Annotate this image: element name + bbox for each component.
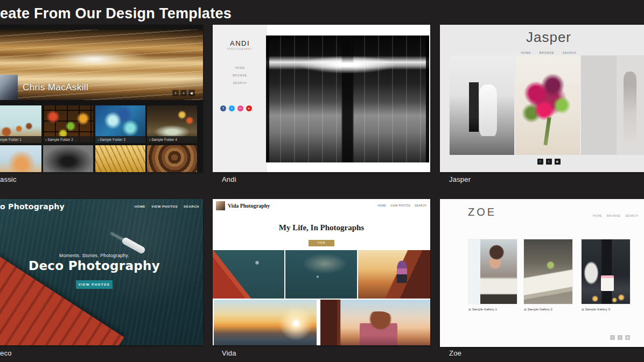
- facebook-icon: f: [220, 105, 226, 111]
- zoe-nav-home: HOME: [593, 214, 602, 217]
- template-card-andi[interactable]: ANDI PHOTOGRAPHY HOME BROWSE SEARCH f t …: [213, 25, 430, 172]
- classic-folder-thumb: ▪Sample Folder 1: [0, 105, 41, 143]
- jasper-social-bar: f t ◉: [440, 159, 644, 165]
- template-label-jasper: Jasper: [449, 175, 471, 183]
- classic-folder-thumb: ▪Sample Folder 3: [95, 105, 145, 143]
- andi-nav-search: SEARCH: [213, 81, 267, 84]
- folder-caption: ▪Sample Folder 3: [95, 136, 145, 143]
- vida-nav: HOME VIEW PHOTOS SEARCH: [378, 204, 426, 207]
- template-label-deco: eco: [0, 349, 12, 357]
- andi-nav-browse: BROWSE: [213, 74, 267, 77]
- facebook-icon: f: [610, 335, 615, 340]
- deco-tagline: Moments. Stories. Photography.: [0, 253, 203, 258]
- vida-nav-search: SEARCH: [415, 204, 426, 207]
- folder-icon: ▪: [97, 138, 99, 141]
- design-templates-screen: eate From Our Design Templates Chris Mac…: [0, 0, 644, 362]
- jasper-nav-search: SEARCH: [563, 51, 577, 54]
- classic-avatar: [0, 75, 18, 100]
- folder-caption: ▪Sample Folder 2: [43, 136, 93, 143]
- twitter-icon: t: [180, 90, 187, 96]
- gallery-icon: ▦: [524, 308, 527, 311]
- deco-heading: Deco Photography: [0, 259, 203, 273]
- zoe-gallery-name: Sample Gallery 1: [472, 308, 497, 311]
- twitter-icon: t: [546, 159, 552, 165]
- deco-nav-home: HOME: [135, 205, 145, 208]
- folder-label: Sample Folder 2: [47, 136, 73, 143]
- deco-logo: o Photography: [0, 202, 65, 211]
- zoe-gallery-label: ▦Sample Gallery 3: [582, 308, 585, 311]
- zoe-logo: ZOE: [468, 206, 496, 218]
- folder-label: Sample Folder 4: [151, 136, 177, 143]
- classic-owner-name: Chris MacAskill: [23, 82, 88, 93]
- instagram-icon: ◉: [188, 90, 195, 96]
- andi-social-bar: f t •• ▸: [220, 105, 261, 111]
- andi-logo-subtitle: PHOTOGRAPHY: [213, 48, 267, 51]
- gallery-icon: ▦: [582, 308, 584, 311]
- jasper-photo-couple: [450, 55, 514, 155]
- folder-label: Sample Folder 3: [100, 136, 125, 143]
- vida-nav-view-photos: VIEW PHOTOS: [390, 204, 410, 207]
- deco-nav-search: SEARCH: [184, 205, 199, 208]
- twitter-icon: t: [618, 335, 622, 340]
- vida-view-portfolio-button: VIEW PORTFOLIO: [309, 240, 334, 246]
- template-label-vida: Vida: [222, 349, 236, 357]
- zoe-nav-browse: BROWSE: [607, 214, 620, 217]
- zoe-nav-search: SEARCH: [625, 214, 638, 217]
- deco-nav-view-photos: VIEW PHOTOS: [151, 205, 178, 208]
- folder-label: Sample Folder 1: [0, 136, 22, 143]
- facebook-icon: f: [537, 159, 543, 165]
- page-title: eate From Our Design Templates: [0, 5, 232, 22]
- zoe-nav: HOME BROWSE SEARCH: [593, 214, 638, 217]
- jasper-nav-browse: BROWSE: [540, 51, 554, 54]
- zoe-gallery-name: Sample Gallery 3: [585, 308, 610, 311]
- facebook-icon: f: [172, 90, 179, 96]
- vida-heading: My Life, In Photographs: [213, 223, 430, 232]
- folder-caption: ▪Sample Folder 4: [147, 136, 197, 143]
- classic-photo-thumb: [43, 145, 93, 172]
- classic-folder-thumb: ▪Sample Folder 4: [147, 105, 197, 143]
- gallery-icon: ▦: [468, 308, 471, 311]
- vida-nav-home: HOME: [378, 204, 387, 207]
- andi-subway-photo: [266, 36, 429, 162]
- zoe-social-bar: f t ◉: [610, 335, 630, 340]
- jasper-nav: HOME BROWSE SEARCH: [440, 51, 644, 54]
- zoe-gallery-thumb-appetizers: [524, 239, 572, 304]
- instagram-icon: ◉: [625, 335, 630, 340]
- twitter-icon: t: [229, 105, 235, 111]
- classic-photo-thumb: [0, 145, 41, 172]
- classic-photo-thumb: [95, 145, 145, 172]
- vida-photo-ocean: [285, 250, 357, 299]
- template-card-zoe[interactable]: ZOE HOME BROWSE SEARCH ▦Sample Gallery 1…: [440, 199, 644, 347]
- vida-avatar: [216, 201, 225, 210]
- folder-caption: ▪Sample Folder 1: [0, 136, 41, 143]
- flickr-icon: ••: [237, 105, 243, 111]
- andi-logo: ANDI: [213, 39, 267, 47]
- classic-photo-thumb: [147, 145, 197, 172]
- vida-photo-cyclist: [358, 250, 430, 299]
- deco-view-photos-button: VIEW PHOTOS: [76, 280, 113, 289]
- classic-folder-thumb: ▪Sample Folder 2: [43, 105, 93, 143]
- vida-logo: Vida Photography: [228, 203, 270, 209]
- jasper-photo-bouquet: [515, 55, 580, 155]
- vida-photo-girl: [320, 300, 430, 345]
- youtube-icon: ▸: [246, 105, 252, 111]
- vida-photo-sunset: [214, 300, 317, 345]
- template-label-zoe: Zoe: [449, 349, 461, 357]
- jasper-nav-home: HOME: [521, 51, 531, 54]
- template-card-vida[interactable]: Vida Photography HOME VIEW PHOTOS SEARCH…: [213, 199, 430, 345]
- classic-social-bar: f t ◉: [172, 90, 196, 97]
- andi-nav-home: HOME: [213, 66, 267, 69]
- template-card-deco[interactable]: o Photography HOME VIEW PHOTOS SEARCH Mo…: [0, 199, 203, 345]
- jasper-photo-bride: [581, 55, 644, 155]
- deco-boat-photo: [121, 237, 146, 255]
- jasper-site-title: Jasper: [440, 29, 644, 46]
- vida-photo-bridge-beam: [213, 250, 284, 299]
- deco-nav: HOME VIEW PHOTOS SEARCH: [135, 205, 199, 208]
- zoe-gallery-name: Sample Gallery 2: [528, 308, 552, 311]
- instagram-icon: ◉: [555, 159, 561, 165]
- folder-icon: ▪: [149, 138, 150, 141]
- template-card-classic[interactable]: Chris MacAskill f t ◉ ▪Sample Folder 1 ▪…: [0, 25, 203, 172]
- zoe-gallery-label: ▦Sample Gallery 2: [524, 308, 528, 311]
- template-card-jasper[interactable]: Jasper HOME BROWSE SEARCH f t ◉: [440, 25, 644, 172]
- zoe-gallery-thumb-bride: [468, 239, 517, 304]
